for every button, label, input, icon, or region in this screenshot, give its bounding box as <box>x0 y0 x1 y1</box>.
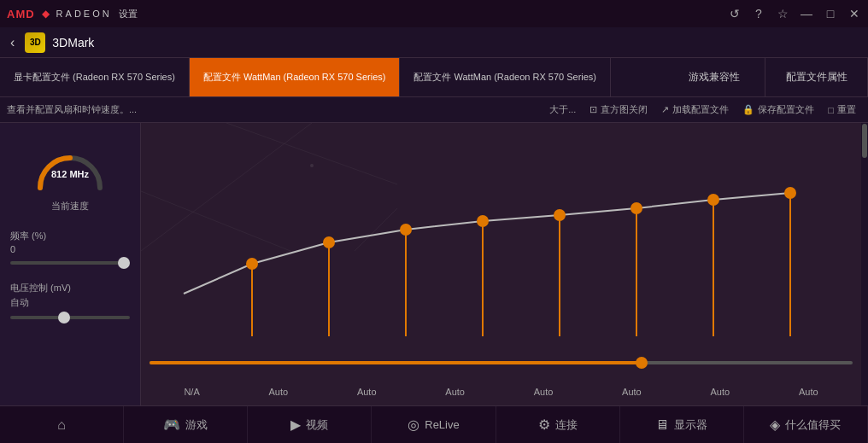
save-profile-button[interactable]: 🔒 保存配置文件 <box>737 103 819 116</box>
label-0: N/A <box>184 387 199 397</box>
toolbar: 查看并配置风扇和时钟速度。... 大于... ⊡ 直方图关闭 ↗ 加载配置文件 … <box>0 97 868 123</box>
load-icon: ↗ <box>661 104 669 115</box>
deals-icon: ◈ <box>770 417 780 433</box>
video-icon: ▶ <box>290 417 301 433</box>
svg-point-20 <box>477 215 489 227</box>
video-label: 视频 <box>306 417 328 433</box>
chart-slider-thumb[interactable] <box>636 357 648 369</box>
voltage-track <box>10 316 130 319</box>
svg-point-22 <box>554 209 566 221</box>
svg-point-24 <box>630 202 642 214</box>
radeon-text: RADEON <box>56 9 112 19</box>
tab-wattman-2[interactable]: 配置文件 WattMan (Radeon RX 570 Series) <box>400 58 611 96</box>
reset-button[interactable]: □ 重置 <box>823 103 861 116</box>
label-3: Auto <box>445 387 465 397</box>
relive-label: ReLive <box>425 418 459 431</box>
label-6: Auto <box>711 387 730 397</box>
freq-track <box>10 261 130 265</box>
scrollbar-thumb <box>862 124 867 158</box>
gauge-label: 当前速度 <box>51 200 89 213</box>
nav-relive[interactable]: ◎ ReLive <box>372 406 496 443</box>
amd-logo: AMD <box>7 8 35 20</box>
histogram-button[interactable]: ⊡ 直方图关闭 <box>584 103 653 116</box>
app-icon: 3D <box>25 32 45 53</box>
games-label: 游戏 <box>185 417 208 433</box>
freq-thumb[interactable] <box>118 257 130 269</box>
svg-text:812 MHz: 812 MHz <box>51 169 90 179</box>
label-7: Auto <box>799 387 818 397</box>
voltage-value: 自动 <box>10 296 130 309</box>
tab-display-config[interactable]: 显卡配置文件 (Radeon RX 570 Series) <box>0 58 190 96</box>
connect-icon: ⚙ <box>538 417 550 433</box>
bottom-nav: ⌂ 🎮 游戏 ▶ 视频 ◎ ReLive ⚙ 连接 🖥 显示器 ◈ 什么值得买 <box>0 405 868 443</box>
chart-slider[interactable] <box>150 354 853 371</box>
nav-connect[interactable]: ⚙ 连接 <box>496 406 620 443</box>
about-button[interactable]: 大于... <box>544 103 581 116</box>
window-controls: ↺ ? ☆ — □ ✕ <box>728 7 861 20</box>
svg-point-18 <box>400 224 412 236</box>
label-2: Auto <box>357 387 377 397</box>
freq-value: 0 <box>10 244 130 254</box>
voltage-thumb[interactable] <box>58 312 70 324</box>
nav-games[interactable]: 🎮 游戏 <box>124 406 248 443</box>
voltage-label: 电压控制 (mV) <box>10 282 130 294</box>
relive-icon: ◎ <box>408 417 419 433</box>
svg-point-26 <box>707 194 719 206</box>
tab-game-compat[interactable]: 游戏兼容性 <box>663 58 765 96</box>
app-bar: ‹ 3D 3DMark <box>0 27 868 58</box>
label-5: Auto <box>622 387 642 397</box>
svg-point-14 <box>246 258 258 270</box>
gauge-section: 812 MHz 当前速度 <box>10 137 130 213</box>
games-icon: 🎮 <box>163 417 180 433</box>
display-icon: 🖥 <box>655 417 669 433</box>
left-panel: 812 MHz 当前速度 频率 (%) 0 电压控制 (mV) 自动 <box>0 123 141 405</box>
connect-label: 连接 <box>555 417 578 433</box>
speed-gauge: 812 MHz <box>32 137 108 196</box>
svg-point-16 <box>323 236 335 248</box>
load-profile-button[interactable]: ↗ 加载配置文件 <box>656 103 734 116</box>
nav-deals[interactable]: ◈ 什么值得买 <box>744 406 868 443</box>
title-bar: AMD ◆ RADEON 设置 ↺ ? ☆ — □ ✕ <box>0 0 868 27</box>
label-4: Auto <box>534 387 554 397</box>
main-content: 812 MHz 当前速度 频率 (%) 0 电压控制 (mV) 自动 <box>0 123 868 405</box>
minimize-icon[interactable]: — <box>800 7 813 20</box>
right-scrollbar[interactable] <box>861 123 868 405</box>
chart-slider-fill <box>150 361 642 364</box>
refresh-icon[interactable]: ↺ <box>728 7 742 20</box>
nav-home[interactable]: ⌂ <box>0 406 124 443</box>
star-icon[interactable]: ☆ <box>776 7 789 20</box>
tab-wattman-1[interactable]: 配置文件 WattMan (Radeon RX 570 Series) <box>190 58 401 96</box>
reset-icon: □ <box>828 105 834 115</box>
chart-area: N/A Auto Auto Auto Auto Auto Auto Auto <box>141 123 861 405</box>
svg-point-28 <box>784 187 796 199</box>
nav-display[interactable]: 🖥 显示器 <box>620 406 744 443</box>
nav-video[interactable]: ▶ 视频 <box>248 406 372 443</box>
freq-label: 频率 (%) <box>10 230 130 242</box>
chart-slider-track <box>150 361 853 364</box>
maximize-icon[interactable]: □ <box>824 7 837 20</box>
chart-labels: N/A Auto Auto Auto Auto Auto Auto Auto <box>150 387 853 397</box>
settings-text: 设置 <box>119 8 138 20</box>
diamond-icon: ◆ <box>42 8 50 20</box>
histogram-icon: ⊡ <box>589 104 597 115</box>
tab-profile-props[interactable]: 配置文件属性 <box>765 58 868 96</box>
voltage-slider-section: 电压控制 (mV) 自动 <box>10 282 130 319</box>
app-title: 3DMark <box>52 36 94 50</box>
freq-slider-section: 频率 (%) 0 <box>10 230 130 265</box>
tabs-row: 显卡配置文件 (Radeon RX 570 Series) 配置文件 WattM… <box>0 58 868 97</box>
back-button[interactable]: ‹ <box>7 35 18 50</box>
close-icon[interactable]: ✕ <box>847 7 861 20</box>
home-icon: ⌂ <box>57 417 66 433</box>
help-icon[interactable]: ? <box>752 7 765 20</box>
save-icon: 🔒 <box>742 104 754 115</box>
display-label: 显示器 <box>674 417 707 433</box>
deals-label: 什么值得买 <box>785 417 841 433</box>
label-1: Auto <box>268 387 288 397</box>
toolbar-hint: 查看并配置风扇和时钟速度。... <box>7 103 541 116</box>
